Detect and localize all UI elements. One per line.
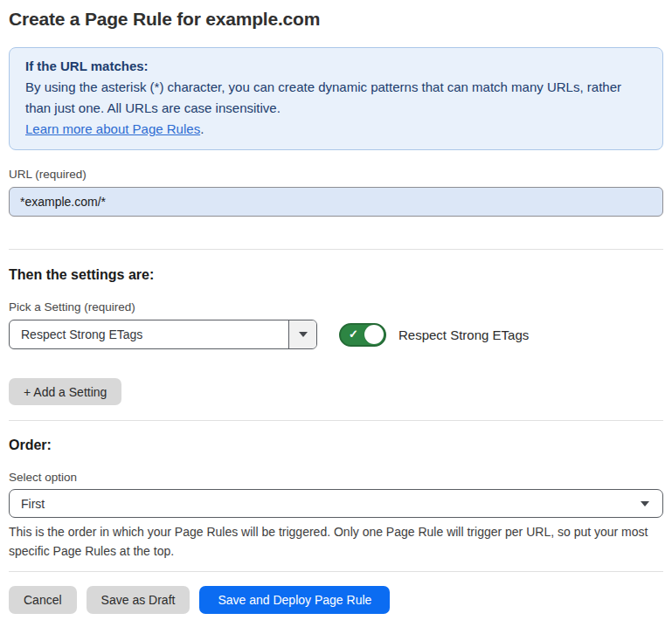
info-box-link-line: Learn more about Page Rules. — [25, 119, 647, 140]
order-select-value: First — [21, 497, 45, 511]
setting-select-value: Respect Strong ETags — [10, 320, 288, 348]
add-setting-button[interactable]: + Add a Setting — [9, 378, 121, 405]
divider — [9, 420, 663, 421]
setting-row: Respect Strong ETags ✓ Respect Strong ET… — [9, 320, 663, 349]
learn-more-link[interactable]: Learn more about Page Rules — [25, 121, 200, 136]
create-page-rule-form: Create a Page Rule for example.com If th… — [0, 9, 672, 614]
chevron-down-glyph — [299, 332, 308, 337]
chevron-down-icon — [641, 501, 649, 506]
order-select[interactable]: First — [9, 489, 663, 518]
setting-toggle-group: ✓ Respect Strong ETags — [339, 323, 529, 347]
setting-toggle[interactable]: ✓ — [339, 323, 386, 347]
info-box-heading: If the URL matches: — [25, 56, 647, 77]
divider — [9, 249, 663, 250]
setting-toggle-label: Respect Strong ETags — [398, 327, 529, 342]
order-help-text: This is the order in which your Page Rul… — [9, 522, 663, 561]
url-label: URL (required) — [9, 168, 663, 181]
page-title: Create a Page Rule for example.com — [9, 9, 663, 30]
info-box-body: By using the asterisk (*) character, you… — [25, 77, 647, 119]
divider — [9, 571, 663, 572]
url-match-info-box: If the URL matches: By using the asteris… — [9, 47, 663, 150]
pick-setting-label: Pick a Setting (required) — [9, 300, 663, 314]
link-suffix: . — [200, 121, 204, 136]
select-option-label: Select option — [9, 471, 663, 484]
chevron-down-icon[interactable] — [288, 320, 316, 348]
save-deploy-button[interactable]: Save and Deploy Page Rule — [199, 586, 390, 614]
order-heading: Order: — [9, 438, 663, 453]
settings-heading: Then the settings are: — [9, 267, 663, 283]
cancel-button[interactable]: Cancel — [9, 586, 77, 614]
toggle-knob — [364, 325, 384, 344]
url-input[interactable] — [9, 187, 663, 217]
check-icon: ✓ — [349, 328, 358, 340]
save-draft-button[interactable]: Save as Draft — [87, 586, 191, 614]
setting-select[interactable]: Respect Strong ETags — [9, 320, 317, 349]
footer-actions: Cancel Save as Draft Save and Deploy Pag… — [9, 586, 663, 614]
